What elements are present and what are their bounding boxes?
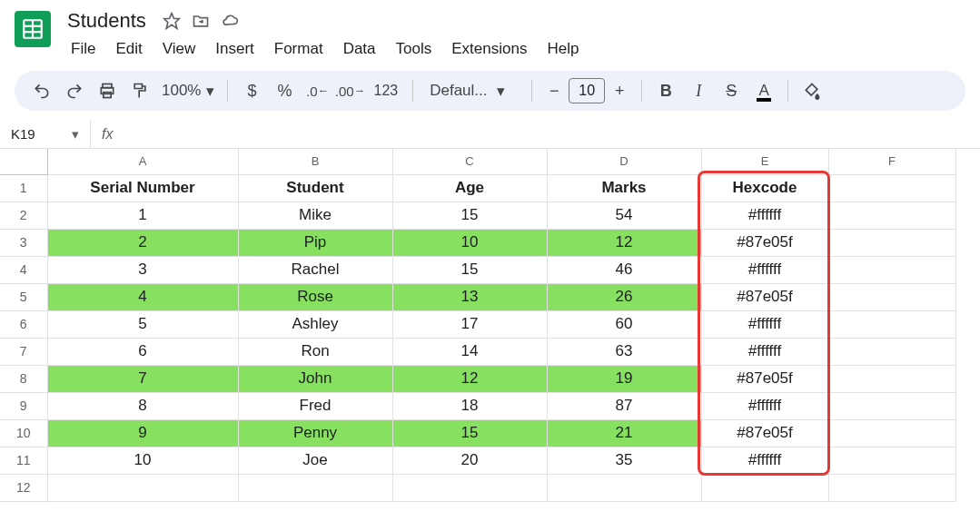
cell[interactable] bbox=[828, 256, 955, 283]
cell[interactable] bbox=[392, 474, 547, 501]
row-header[interactable]: 7 bbox=[0, 338, 47, 365]
increase-fontsize-button[interactable]: + bbox=[607, 78, 632, 103]
cell[interactable]: #ffffff bbox=[701, 310, 828, 338]
cell[interactable]: John bbox=[238, 365, 392, 392]
cell[interactable]: 26 bbox=[547, 283, 701, 310]
cell[interactable]: 10 bbox=[392, 229, 547, 256]
cell[interactable]: 87 bbox=[547, 392, 701, 419]
increase-decimal-icon[interactable]: .00→ bbox=[335, 76, 364, 105]
cell[interactable]: 17 bbox=[392, 310, 547, 338]
currency-button[interactable]: $ bbox=[237, 76, 266, 105]
cell[interactable]: 13 bbox=[392, 283, 547, 310]
cell[interactable]: 12 bbox=[547, 229, 701, 256]
cell[interactable]: 35 bbox=[547, 447, 701, 474]
cell[interactable] bbox=[828, 338, 955, 365]
cell[interactable]: 15 bbox=[392, 419, 547, 447]
row-header[interactable]: 11 bbox=[0, 447, 47, 474]
cell[interactable]: #87e05f bbox=[701, 229, 828, 256]
cell[interactable]: 4 bbox=[47, 283, 238, 310]
cell[interactable]: Joe bbox=[238, 447, 392, 474]
column-header-c[interactable]: C bbox=[392, 149, 547, 174]
row-header[interactable]: 2 bbox=[0, 202, 47, 229]
fill-color-icon[interactable] bbox=[797, 76, 827, 105]
cell[interactable]: Pip bbox=[238, 229, 392, 256]
cell[interactable] bbox=[828, 202, 955, 229]
menu-view[interactable]: View bbox=[153, 36, 205, 62]
menu-help[interactable]: Help bbox=[538, 36, 588, 62]
cell[interactable]: Rose bbox=[238, 283, 392, 310]
cell[interactable] bbox=[47, 474, 238, 501]
cloud-icon[interactable] bbox=[221, 12, 239, 30]
cell[interactable]: 18 bbox=[392, 392, 547, 419]
cell[interactable]: 7 bbox=[47, 365, 238, 392]
cell[interactable]: #87e05f bbox=[701, 419, 828, 447]
row-header[interactable]: 4 bbox=[0, 256, 47, 283]
cell[interactable] bbox=[828, 392, 955, 419]
formula-bar[interactable] bbox=[124, 120, 980, 148]
cell[interactable] bbox=[828, 447, 955, 474]
font-select[interactable]: Defaul...▾ bbox=[422, 82, 522, 101]
italic-button[interactable]: I bbox=[684, 76, 713, 105]
select-all-corner[interactable] bbox=[0, 149, 47, 174]
cell[interactable] bbox=[828, 310, 955, 338]
column-header-f[interactable]: F bbox=[828, 149, 955, 174]
menu-data[interactable]: Data bbox=[334, 36, 385, 62]
redo-icon[interactable] bbox=[60, 76, 89, 105]
name-box[interactable]: K19▾ bbox=[0, 120, 91, 148]
sheets-logo[interactable] bbox=[15, 11, 51, 47]
cell[interactable]: Serial Number bbox=[47, 174, 238, 202]
cell[interactable] bbox=[547, 474, 701, 501]
cell[interactable]: #ffffff bbox=[701, 202, 828, 229]
text-color-button[interactable]: A bbox=[749, 76, 778, 105]
cell[interactable] bbox=[828, 365, 955, 392]
decrease-decimal-icon[interactable]: .0← bbox=[302, 76, 332, 105]
cell[interactable] bbox=[238, 474, 392, 501]
column-header-b[interactable]: B bbox=[238, 149, 392, 174]
percent-button[interactable]: % bbox=[270, 76, 299, 105]
column-header-a[interactable]: A bbox=[47, 149, 238, 174]
cell[interactable]: 15 bbox=[392, 256, 547, 283]
fontsize-input[interactable]: 10 bbox=[569, 78, 605, 103]
move-folder-icon[interactable] bbox=[192, 12, 210, 30]
undo-icon[interactable] bbox=[27, 76, 56, 105]
cell[interactable]: Ashley bbox=[238, 310, 392, 338]
row-header[interactable]: 5 bbox=[0, 283, 47, 310]
cell[interactable]: Age bbox=[392, 174, 547, 202]
cell[interactable]: Rachel bbox=[238, 256, 392, 283]
cell[interactable]: Penny bbox=[238, 419, 392, 447]
row-header[interactable]: 10 bbox=[0, 419, 47, 447]
row-header[interactable]: 6 bbox=[0, 310, 47, 338]
strikethrough-button[interactable]: S bbox=[717, 76, 746, 105]
cell[interactable]: #ffffff bbox=[701, 392, 828, 419]
paint-format-icon[interactable] bbox=[125, 76, 154, 105]
cell[interactable]: Mike bbox=[238, 202, 392, 229]
star-icon[interactable] bbox=[163, 12, 181, 30]
print-icon[interactable] bbox=[93, 76, 122, 105]
cell[interactable]: 19 bbox=[547, 365, 701, 392]
cell[interactable]: 6 bbox=[47, 338, 238, 365]
cell[interactable]: Marks bbox=[547, 174, 701, 202]
menu-edit[interactable]: Edit bbox=[106, 36, 151, 62]
cell[interactable]: #ffffff bbox=[701, 447, 828, 474]
cell[interactable]: 10 bbox=[47, 447, 238, 474]
zoom-select[interactable]: 100%▾ bbox=[158, 82, 218, 101]
cell[interactable]: 60 bbox=[547, 310, 701, 338]
cell[interactable]: 8 bbox=[47, 392, 238, 419]
cell[interactable]: #ffffff bbox=[701, 256, 828, 283]
cell[interactable]: 3 bbox=[47, 256, 238, 283]
cell[interactable] bbox=[701, 474, 828, 501]
cell[interactable]: Hexcode bbox=[701, 174, 828, 202]
column-header-e[interactable]: E bbox=[701, 149, 828, 174]
cell[interactable]: 54 bbox=[547, 202, 701, 229]
cell[interactable]: 63 bbox=[547, 338, 701, 365]
cell[interactable]: #ffffff bbox=[701, 338, 828, 365]
cell[interactable]: #87e05f bbox=[701, 365, 828, 392]
cell[interactable] bbox=[828, 229, 955, 256]
cell[interactable] bbox=[828, 419, 955, 447]
menu-insert[interactable]: Insert bbox=[206, 36, 263, 62]
menu-tools[interactable]: Tools bbox=[387, 36, 441, 62]
format-number-button[interactable]: 123 bbox=[368, 76, 403, 105]
cell[interactable]: 15 bbox=[392, 202, 547, 229]
document-title[interactable]: Students bbox=[62, 7, 152, 34]
spreadsheet-grid[interactable]: A B C D E F 1 Serial Number Student Age … bbox=[0, 149, 980, 502]
